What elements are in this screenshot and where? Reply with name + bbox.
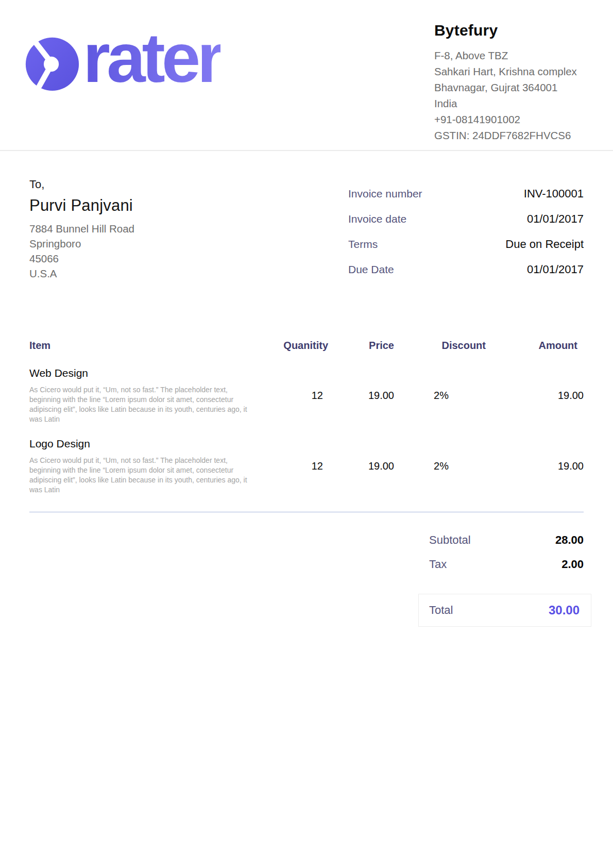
due-date-value: 01/01/2017 — [527, 263, 584, 276]
item-cell: Web Design As Cicero would put it, “Um, … — [29, 367, 266, 438]
total-label: Total — [429, 604, 453, 617]
tax-row: Tax 2.00 — [429, 558, 584, 571]
table-row: Logo Design As Cicero would put it, “Um,… — [29, 438, 584, 508]
company-phone: +91-08141901002 — [434, 111, 589, 127]
due-date-row: Due Date 01/01/2017 — [348, 263, 584, 276]
bill-to-address-line: U.S.A — [29, 266, 134, 281]
bill-to-intro: To, — [29, 178, 134, 191]
column-header-price: Price — [328, 340, 394, 367]
bill-to-address-line: 7884 Bunnel Hill Road — [29, 221, 134, 236]
tax-value: 2.00 — [561, 558, 584, 571]
table-row: Web Design As Cicero would put it, “Um, … — [29, 367, 584, 438]
company-address-line: Bhavnagar, Gujrat 364001 — [434, 79, 589, 95]
column-header-discount: Discount — [394, 340, 486, 367]
bill-to-address-line: Springboro — [29, 236, 134, 251]
invoice-date-value: 01/01/2017 — [527, 212, 584, 226]
terms-label: Terms — [348, 238, 378, 251]
column-header-item: Item — [29, 340, 266, 367]
column-header-quantity: Quanitity — [266, 340, 328, 367]
company-gstin: GSTIN: 24DDF7682FHVCS6 — [434, 127, 589, 143]
crater-logo-wordmark-tail: rater — [83, 29, 220, 87]
address-section: To, Purvi Panjvani 7884 Bunnel Hill Road… — [0, 151, 613, 288]
item-discount: 2% — [394, 367, 486, 438]
company-name: Bytefury — [434, 22, 589, 39]
column-header-amount: Amount — [486, 340, 584, 367]
company-address-line: Sahkari Hart, Krishna complex — [434, 63, 589, 79]
item-amount: 19.00 — [486, 367, 584, 438]
item-description: As Cicero would put it, “Um, not so fast… — [29, 456, 260, 495]
items-bottom-divider — [29, 511, 584, 513]
item-name: Web Design — [29, 367, 266, 379]
bill-to-block: To, Purvi Panjvani 7884 Bunnel Hill Road… — [29, 178, 134, 288]
terms-row: Terms Due on Receipt — [348, 238, 584, 251]
company-address-line: India — [434, 95, 589, 111]
terms-value: Due on Receipt — [505, 238, 584, 251]
items-table-header-row: Item Quanitity Price Discount Amount — [29, 340, 584, 367]
subtotal-label: Subtotal — [429, 533, 471, 547]
invoice-number-value: INV-100001 — [524, 187, 584, 201]
invoice-number-row: Invoice number INV-100001 — [348, 187, 584, 201]
company-address-line: F-8, Above TBZ — [434, 47, 589, 63]
invoice-number-label: Invoice number — [348, 188, 422, 200]
items-table: Item Quanitity Price Discount Amount Web… — [29, 340, 584, 508]
item-discount: 2% — [394, 438, 486, 508]
subtotal-row: Subtotal 28.00 — [429, 533, 584, 547]
bill-to-address-line: 45066 — [29, 251, 134, 266]
invoice-date-label: Invoice date — [348, 213, 406, 225]
total-box: Total 30.00 — [418, 594, 591, 627]
company-block: Bytefury F-8, Above TBZ Sahkari Hart, Kr… — [434, 21, 589, 150]
tax-label: Tax — [429, 558, 447, 571]
item-quantity: 12 — [266, 438, 328, 508]
item-quantity: 12 — [266, 367, 328, 438]
item-price: 19.00 — [328, 438, 394, 508]
bill-to-name: Purvi Panjvani — [29, 196, 134, 215]
due-date-label: Due Date — [348, 263, 394, 276]
crater-logo-c-mark — [23, 34, 81, 92]
item-description: As Cicero would put it, “Um, not so fast… — [29, 385, 260, 424]
totals-section: Subtotal 28.00 Tax 2.00 Total 30.00 — [0, 533, 613, 627]
crater-logo: rater — [23, 34, 220, 150]
item-price: 19.00 — [328, 367, 394, 438]
total-value: 30.00 — [549, 603, 580, 617]
item-cell: Logo Design As Cicero would put it, “Um,… — [29, 438, 266, 508]
items-section: Item Quanitity Price Discount Amount Web… — [0, 340, 613, 508]
invoice-header: rater Bytefury F-8, Above TBZ Sahkari Ha… — [0, 0, 613, 151]
item-amount: 19.00 — [486, 438, 584, 508]
invoice-meta-block: Invoice number INV-100001 Invoice date 0… — [348, 178, 584, 288]
invoice-date-row: Invoice date 01/01/2017 — [348, 212, 584, 226]
item-name: Logo Design — [29, 438, 266, 450]
subtotal-value: 28.00 — [555, 533, 584, 547]
